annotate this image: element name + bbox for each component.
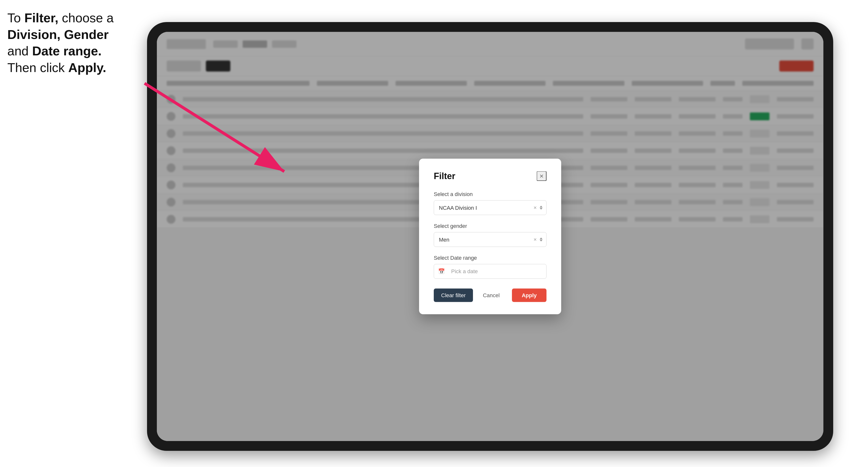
division-arrow-down [539, 208, 542, 210]
division-select-wrapper: NCAA Division I NCAA Division II NCAA Di… [434, 200, 547, 215]
cancel-button[interactable]: Cancel [475, 289, 507, 302]
instruction-filter-bold: Filter, [24, 11, 58, 25]
modal-header: Filter × [434, 171, 547, 181]
gender-label: Select gender [434, 223, 547, 229]
division-select[interactable]: NCAA Division I NCAA Division II NCAA Di… [434, 200, 547, 215]
instruction-line-3: and Date range. [7, 43, 150, 60]
gender-arrows [539, 238, 542, 242]
gender-clear-icon[interactable]: × [533, 237, 537, 242]
division-select-controls: × [533, 205, 542, 211]
instruction-text: To Filter, choose a Division, Gender and… [7, 10, 150, 76]
instruction-middle: choose a [58, 11, 114, 25]
instruction-then: Then click [7, 61, 68, 75]
modal-close-button[interactable]: × [537, 171, 547, 181]
modal-footer: Clear filter Cancel Apply [434, 289, 547, 302]
division-form-group: Select a division NCAA Division I NCAA D… [434, 191, 547, 215]
instruction-prefix: To [7, 11, 24, 25]
filter-modal: Filter × Select a division NCAA Division… [419, 159, 561, 314]
date-placeholder-text: Pick a date [451, 268, 478, 275]
apply-button[interactable]: Apply [512, 289, 547, 302]
tablet-screen: Filter × Select a division NCAA Division… [157, 32, 824, 441]
calendar-icon: 📅 [438, 268, 445, 275]
date-form-group: Select Date range 📅 Pick a date [434, 255, 547, 279]
instruction-and: and [7, 44, 32, 58]
date-field-wrapper: 📅 Pick a date [434, 264, 547, 279]
gender-select-wrapper: Men Women Co-ed × [434, 232, 547, 247]
instruction-apply-bold: Apply. [68, 61, 106, 75]
instruction-line-1: To Filter, choose a [7, 10, 150, 27]
date-input[interactable]: Pick a date [434, 264, 547, 279]
footer-right-buttons: Cancel Apply [475, 289, 547, 302]
instruction-line-2: Division, Gender [7, 27, 150, 43]
tablet-frame: Filter × Select a division NCAA Division… [147, 22, 833, 451]
modal-title: Filter [434, 171, 455, 181]
gender-form-group: Select gender Men Women Co-ed × [434, 223, 547, 247]
gender-select[interactable]: Men Women Co-ed [434, 232, 547, 247]
instruction-date-bold: Date range. [32, 44, 101, 58]
clear-filter-button[interactable]: Clear filter [434, 289, 473, 302]
division-label: Select a division [434, 191, 547, 197]
division-clear-icon[interactable]: × [533, 205, 537, 211]
instruction-division-bold: Division, Gender [7, 27, 108, 42]
date-label: Select Date range [434, 255, 547, 261]
gender-select-controls: × [533, 237, 542, 242]
division-arrows [539, 206, 542, 210]
division-arrow-up [539, 206, 542, 208]
gender-arrow-up [539, 238, 542, 239]
instruction-line-4: Then click Apply. [7, 60, 150, 76]
gender-arrow-down [539, 240, 542, 242]
